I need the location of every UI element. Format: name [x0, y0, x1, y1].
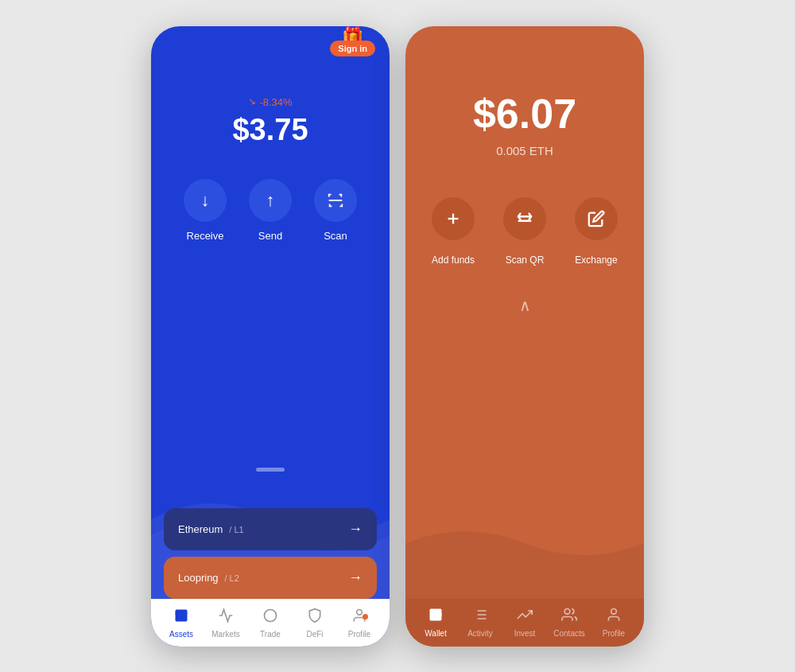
main-balance: $3.75 — [232, 113, 308, 147]
receive-action[interactable]: ↓ Receive — [184, 179, 227, 242]
scan-qr-action[interactable]: Scan QR — [503, 197, 546, 266]
scan-button[interactable] — [314, 179, 357, 222]
orange-nav-profile[interactable]: Profile — [594, 607, 634, 638]
wallet-label: Wallet — [425, 629, 446, 638]
receive-label: Receive — [187, 230, 224, 242]
nav-trade[interactable]: Trade — [250, 608, 290, 639]
send-label: Send — [258, 230, 282, 242]
drag-indicator — [256, 468, 285, 472]
orange-nav-wallet[interactable]: Wallet — [416, 607, 456, 638]
orange-action-buttons: Add funds Scan QR Exchange — [432, 197, 618, 266]
sign-in-button[interactable]: Sign in — [330, 41, 375, 56]
defi-icon — [307, 608, 323, 627]
chevron-up-icon[interactable]: ∧ — [519, 296, 531, 315]
invest-label: Invest — [514, 629, 536, 638]
receive-button[interactable]: ↓ — [184, 179, 227, 222]
svg-point-1 — [265, 609, 277, 621]
add-funds-label: Add funds — [432, 254, 475, 266]
loopring-card[interactable]: Loopring / L2 → — [164, 557, 377, 599]
assets-icon — [173, 608, 189, 627]
scan-action[interactable]: Scan — [314, 179, 357, 242]
top-bar: 🎁 Sign in — [151, 26, 390, 56]
exchange-label: Exchange — [575, 254, 617, 266]
ethereum-arrow: → — [348, 521, 363, 538]
change-percent: -8.34% — [248, 96, 292, 108]
activity-label: Activity — [467, 629, 493, 638]
assets-label: Assets — [169, 630, 193, 639]
left-phone: 🎁 Sign in -8.34% $3.75 ↓ Receive ↑ Send — [151, 26, 390, 647]
orange-wave-area: ∧ — [405, 272, 644, 599]
loopring-network-label: Loopring / L2 — [178, 571, 239, 584]
orange-nav-activity[interactable]: Activity — [460, 607, 500, 638]
exchange-button[interactable] — [575, 197, 618, 240]
nav-profile[interactable]: Profile — [339, 608, 379, 639]
orange-balance: $6.07 — [473, 90, 576, 138]
contacts-icon — [561, 607, 577, 627]
orange-nav-contacts[interactable]: Contacts — [549, 607, 589, 638]
add-funds-button[interactable] — [432, 197, 475, 240]
add-funds-action[interactable]: Add funds — [432, 197, 475, 266]
loopring-arrow: → — [348, 569, 363, 586]
eth-amount: 0.005 ETH — [496, 144, 553, 157]
orange-main-content: $6.07 0.005 ETH Add funds Scan QR Exchan… — [405, 26, 644, 599]
nav-assets[interactable]: Assets — [161, 608, 201, 639]
send-button[interactable]: ↑ — [249, 179, 292, 222]
action-buttons-row: ↓ Receive ↑ Send Scan — [184, 179, 357, 242]
orange-profile-label: Profile — [603, 629, 625, 638]
svg-rect-5 — [436, 613, 442, 616]
exchange-action[interactable]: Exchange — [575, 197, 618, 266]
ethereum-card[interactable]: Ethereum / L1 → — [164, 508, 377, 550]
ethereum-network-label: Ethereum / L1 — [178, 522, 244, 535]
trade-label: Trade — [260, 630, 281, 639]
right-phone: $6.07 0.005 ETH Add funds Scan QR Exchan… — [405, 26, 644, 647]
orange-profile-icon — [606, 607, 622, 627]
wallet-icon — [428, 607, 444, 627]
activity-icon — [472, 607, 488, 627]
scan-label: Scan — [324, 230, 347, 242]
nav-markets[interactable]: Markets — [206, 608, 246, 639]
markets-icon — [218, 608, 234, 627]
svg-point-13 — [611, 609, 617, 615]
profile-notification-dot — [363, 614, 368, 620]
scan-qr-label: Scan QR — [506, 254, 545, 266]
nav-defi[interactable]: DeFi — [295, 608, 335, 639]
bottom-navigation: Assets Markets Trade DeFi Profile — [151, 599, 390, 647]
orange-nav-invest[interactable]: Invest — [505, 607, 545, 638]
markets-label: Markets — [211, 630, 240, 639]
svg-point-12 — [564, 609, 570, 615]
contacts-label: Contacts — [553, 629, 584, 638]
defi-label: DeFi — [306, 630, 323, 639]
profile-label: Profile — [348, 630, 370, 639]
orange-bottom-navigation: Wallet Activity Invest Contacts Profile — [405, 599, 644, 647]
svg-point-2 — [357, 609, 363, 615]
trade-icon — [262, 608, 278, 627]
bottom-cards: Ethereum / L1 → Loopring / L2 → — [151, 508, 390, 599]
send-action[interactable]: ↑ Send — [249, 179, 292, 242]
invest-icon — [517, 607, 533, 627]
scan-qr-button[interactable] — [503, 197, 546, 240]
